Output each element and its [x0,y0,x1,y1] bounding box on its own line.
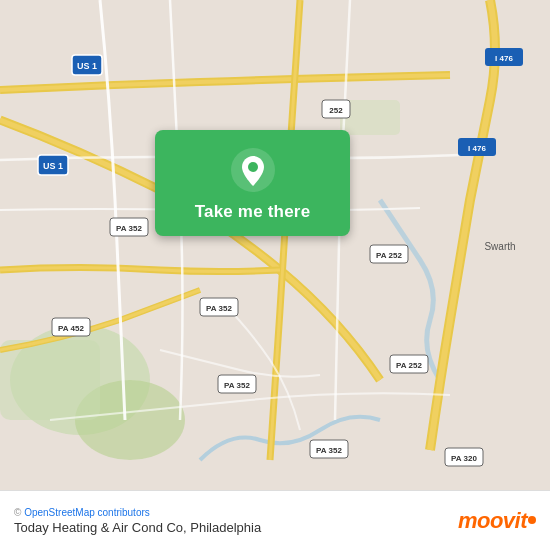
osm-link[interactable]: OpenStreetMap contributors [24,507,150,518]
map-pin-icon [231,148,275,192]
take-me-there-button[interactable]: Take me there [195,202,311,222]
svg-point-36 [248,162,258,172]
svg-text:252: 252 [329,106,343,115]
svg-text:I 476: I 476 [495,54,513,63]
svg-rect-3 [0,340,100,420]
svg-text:PA 352: PA 352 [116,224,142,233]
popup-card[interactable]: Take me there [155,130,350,236]
copyright-text: © OpenStreetMap contributors [14,507,261,518]
svg-text:PA 352: PA 352 [224,381,250,390]
svg-text:PA 252: PA 252 [376,251,402,260]
svg-text:US 1: US 1 [43,161,63,171]
svg-text:US 1: US 1 [77,61,97,71]
map-view[interactable]: US 1 US 1 PA 352 PA 352 PA 352 PA 352 PA… [0,0,550,490]
bottom-left-info: © OpenStreetMap contributors Today Heati… [14,507,261,535]
svg-text:I 476: I 476 [468,144,486,153]
moovit-brand-text: moovit [458,508,527,534]
svg-text:PA 452: PA 452 [58,324,84,333]
svg-text:PA 320: PA 320 [451,454,477,463]
map-svg: US 1 US 1 PA 352 PA 352 PA 352 PA 352 PA… [0,0,550,490]
svg-text:PA 352: PA 352 [316,446,342,455]
moovit-dot [528,516,536,524]
business-name: Today Heating & Air Cond Co, Philadelphi… [14,520,261,535]
svg-text:Swarth: Swarth [484,241,515,252]
moovit-logo: moovit [458,508,536,534]
svg-text:PA 352: PA 352 [206,304,232,313]
svg-text:PA 252: PA 252 [396,361,422,370]
bottom-bar: © OpenStreetMap contributors Today Heati… [0,490,550,550]
